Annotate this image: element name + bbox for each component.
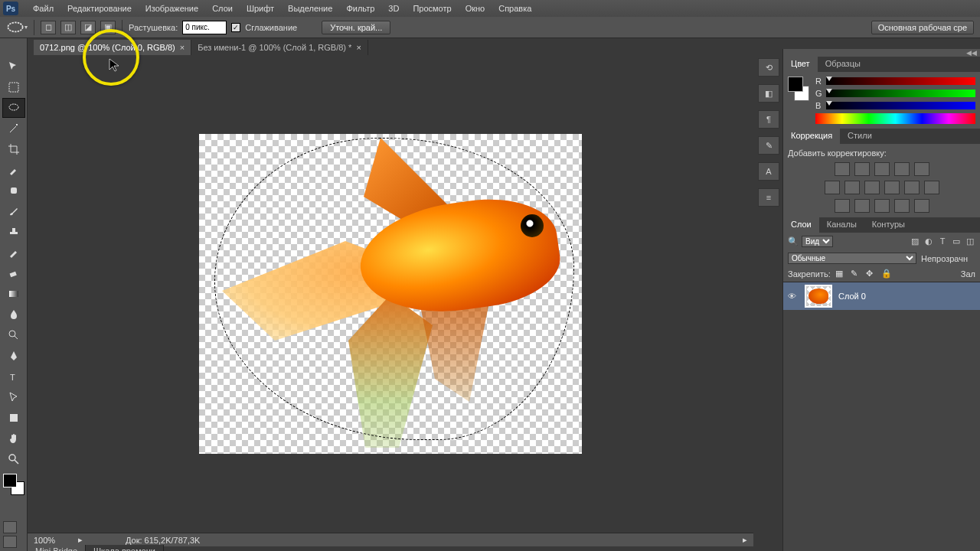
b-slider[interactable]: [826, 102, 975, 109]
filter-icon[interactable]: 🔍: [788, 236, 799, 246]
tab-correction[interactable]: Коррекция: [783, 129, 840, 144]
spectrum-picker[interactable]: [815, 113, 975, 124]
layer-row[interactable]: 👁 Слой 0: [783, 282, 980, 310]
adj-brightness-icon[interactable]: [835, 162, 850, 176]
layer-filter-select[interactable]: Вид: [802, 236, 833, 247]
close-icon[interactable]: ×: [180, 43, 185, 52]
eraser-tool[interactable]: [2, 263, 25, 283]
foreground-color[interactable]: [3, 474, 17, 487]
type-icon[interactable]: A: [758, 162, 779, 181]
tab-channels[interactable]: Каналы: [819, 217, 864, 233]
workspace-switcher[interactable]: Основная рабочая сре: [871, 21, 974, 34]
adj-balance-icon[interactable]: [844, 181, 860, 194]
feather-input[interactable]: [182, 21, 227, 34]
history-brush-tool[interactable]: [2, 243, 25, 262]
menu-image[interactable]: Изображение: [139, 4, 205, 13]
close-icon[interactable]: ×: [356, 43, 361, 52]
shape-tool[interactable]: [2, 408, 25, 428]
adj-posterize-icon[interactable]: [854, 199, 870, 213]
menu-window[interactable]: Окно: [459, 4, 492, 13]
tab-timeline[interactable]: Шкала времени: [86, 545, 164, 551]
tab-mini-bridge[interactable]: Mini Bridge: [28, 545, 86, 551]
color-swatches[interactable]: [3, 474, 24, 495]
stamp-tool[interactable]: [2, 222, 25, 242]
tab-layers[interactable]: Слои: [783, 217, 819, 233]
brush-tool[interactable]: [2, 201, 25, 221]
menu-help[interactable]: Справка: [492, 4, 538, 13]
adj-photo-filter-icon[interactable]: [884, 181, 900, 194]
r-slider[interactable]: [826, 77, 975, 85]
gradient-tool[interactable]: [2, 284, 25, 304]
blend-mode-select[interactable]: Обычные: [788, 253, 916, 264]
paragraph-icon[interactable]: ≡: [758, 188, 779, 207]
menu-3d[interactable]: 3D: [381, 4, 406, 13]
zoom-level[interactable]: 100%: [34, 536, 70, 545]
lock-all-icon[interactable]: 🔒: [881, 269, 892, 279]
filter-type-icon[interactable]: T: [937, 236, 948, 247]
menu-filter[interactable]: Фильтр: [339, 4, 381, 13]
lock-transparent-icon[interactable]: ▦: [835, 269, 846, 279]
selection-new-icon[interactable]: ◻: [41, 21, 56, 34]
layer-name[interactable]: Слой 0: [838, 292, 866, 301]
dodge-tool[interactable]: [2, 325, 25, 345]
adj-levels-icon[interactable]: [854, 162, 870, 176]
adj-gradient-map-icon[interactable]: [894, 199, 910, 213]
menu-layer[interactable]: Слои: [205, 4, 240, 13]
quick-mask-icon[interactable]: [3, 521, 17, 533]
adj-vibrance-icon[interactable]: [914, 162, 929, 176]
adj-exposure-icon[interactable]: [894, 162, 910, 176]
canvas-viewport[interactable]: [28, 55, 753, 533]
adj-bw-icon[interactable]: [864, 181, 880, 194]
current-tool-icon[interactable]: ▾: [6, 20, 28, 35]
antialias-checkbox[interactable]: ✓: [231, 23, 240, 32]
properties-icon[interactable]: ◧: [758, 84, 779, 103]
menu-select[interactable]: Выделение: [281, 4, 339, 13]
document-tab[interactable]: Без имени-1 @ 100% (Слой 1, RGB/8) * ×: [191, 40, 368, 55]
menu-edit[interactable]: Редактирование: [60, 4, 139, 13]
filter-shape-icon[interactable]: ▭: [951, 236, 962, 247]
refine-edge-button[interactable]: Уточн. край...: [322, 21, 390, 34]
status-arrow-icon[interactable]: ▸: [743, 535, 747, 545]
path-select-tool[interactable]: [2, 387, 25, 407]
heal-tool[interactable]: [2, 181, 25, 201]
panel-color-swatches[interactable]: [788, 77, 809, 101]
selection-subtract-icon[interactable]: ◪: [80, 21, 96, 34]
filter-smart-icon[interactable]: ◫: [965, 236, 975, 247]
filter-adjust-icon[interactable]: ◐: [923, 236, 934, 247]
lock-position-icon[interactable]: ✥: [866, 269, 877, 279]
adj-selective-icon[interactable]: [914, 199, 929, 213]
hand-tool[interactable]: [2, 429, 25, 448]
adj-hue-icon[interactable]: [825, 181, 840, 194]
filter-pixel-icon[interactable]: ▨: [910, 236, 920, 247]
selection-add-icon[interactable]: ◫: [60, 21, 76, 34]
status-menu-icon[interactable]: ▸: [78, 535, 87, 545]
eyedropper-tool[interactable]: [2, 160, 25, 180]
layer-thumbnail[interactable]: [805, 285, 832, 308]
adj-lookup-icon[interactable]: [924, 181, 939, 194]
adj-mixer-icon[interactable]: [904, 181, 920, 194]
screen-mode-icon[interactable]: [3, 536, 17, 548]
document-tab[interactable]: 0712.png @ 100% (Слой 0, RGB/8) ×: [34, 40, 191, 55]
zoom-tool[interactable]: [2, 449, 25, 469]
g-slider[interactable]: [826, 90, 975, 97]
crop-tool[interactable]: [2, 139, 25, 159]
character-icon[interactable]: ¶: [758, 110, 779, 129]
adj-invert-icon[interactable]: [835, 199, 850, 213]
dock-collapse-icon[interactable]: ◀◀: [783, 49, 980, 57]
brushes-icon[interactable]: ✎: [758, 136, 779, 155]
type-tool[interactable]: T: [2, 367, 25, 386]
lock-pixels-icon[interactable]: ✎: [851, 269, 861, 279]
marquee-tool[interactable]: [2, 77, 25, 97]
menu-file[interactable]: Файл: [26, 4, 60, 13]
tab-paths[interactable]: Контуры: [864, 217, 913, 233]
adj-threshold-icon[interactable]: [874, 199, 890, 213]
wand-tool[interactable]: [2, 119, 25, 139]
history-icon[interactable]: ⟲: [758, 58, 779, 77]
menu-type[interactable]: Шрифт: [240, 4, 281, 13]
adj-curves-icon[interactable]: [874, 162, 890, 176]
tab-swatches[interactable]: Образцы: [818, 57, 868, 72]
canvas[interactable]: [199, 134, 582, 454]
tab-color[interactable]: Цвет: [783, 57, 818, 72]
move-tool[interactable]: [2, 57, 25, 77]
blur-tool[interactable]: [2, 305, 25, 324]
